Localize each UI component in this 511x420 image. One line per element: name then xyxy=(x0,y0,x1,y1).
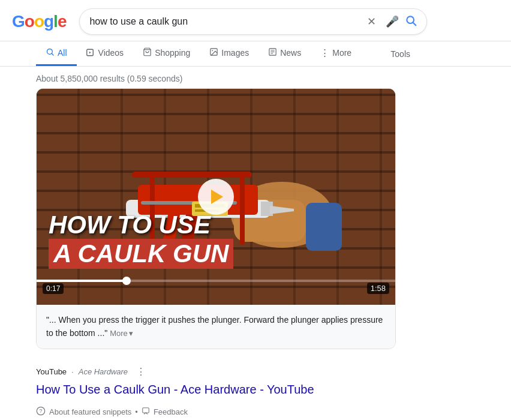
tab-images[interactable]: Images xyxy=(200,41,258,66)
results-info: About 5,850,000 results (0.59 seconds) xyxy=(0,67,511,88)
play-button[interactable] xyxy=(198,179,234,215)
snippet-text: "... When you press the trigger it pushe… xyxy=(46,315,383,338)
feedback-link[interactable]: Feedback xyxy=(154,407,188,416)
video-title-line2: A CAULK GUN xyxy=(49,239,233,269)
video-title-line1: HOW TO USE xyxy=(49,211,233,239)
tools-button[interactable]: Tools xyxy=(386,43,415,65)
images-icon xyxy=(209,47,218,58)
video-card: HOW TO USE A CAULK GUN 0:17 1:58 "... Wh… xyxy=(36,88,396,349)
tab-shopping[interactable]: Shopping xyxy=(133,41,200,66)
search-header: Google ✕ 🎤 xyxy=(0,0,511,41)
tab-news[interactable]: News xyxy=(258,41,311,66)
videos-icon xyxy=(86,48,95,58)
svg-line-1 xyxy=(413,22,416,25)
video-progress-bar[interactable] xyxy=(37,280,395,282)
play-triangle-icon xyxy=(211,190,223,204)
tab-more[interactable]: ⋮ More xyxy=(311,41,361,66)
svg-text:?: ? xyxy=(40,409,43,415)
tab-videos[interactable]: Videos xyxy=(77,42,134,66)
timestamp-badge: 0:17 xyxy=(43,283,64,294)
svg-marker-5 xyxy=(89,51,91,53)
svg-rect-31 xyxy=(143,408,149,413)
more-icon: ⋮ xyxy=(320,47,329,58)
duration-badge: 1:58 xyxy=(367,283,389,294)
main-content: HOW TO USE A CAULK GUN 0:17 1:58 "... Wh… xyxy=(0,88,432,418)
search-box[interactable]: ✕ 🎤 xyxy=(79,8,427,35)
search-input[interactable] xyxy=(89,16,359,27)
snippet-more-button[interactable]: More ▾ xyxy=(110,328,133,340)
all-icon xyxy=(46,47,55,58)
microphone-icon[interactable]: 🎤 xyxy=(386,15,399,28)
tab-all[interactable]: All xyxy=(36,41,77,66)
question-icon: ? xyxy=(36,406,46,418)
about-snippets-link[interactable]: About featured snippets xyxy=(49,407,131,416)
source-name: YouTube xyxy=(36,367,67,376)
svg-rect-15 xyxy=(306,203,342,251)
footer-note: ? About featured snippets • Feedback xyxy=(36,400,396,418)
more-options-button[interactable]: ⋮ xyxy=(133,365,149,379)
channel-name: Ace Hardware xyxy=(79,367,128,376)
news-icon xyxy=(268,47,277,58)
video-snippet: "... When you press the trigger it pushe… xyxy=(37,305,395,349)
google-logo: Google xyxy=(12,12,66,31)
shopping-icon xyxy=(143,47,152,58)
clear-icon[interactable]: ✕ xyxy=(363,14,380,29)
video-thumbnail[interactable]: HOW TO USE A CAULK GUN 0:17 1:58 xyxy=(37,89,395,305)
svg-rect-21 xyxy=(240,173,245,245)
search-actions: ✕ 🎤 xyxy=(363,14,417,29)
nav-tabs: All Videos Shopping Images xyxy=(0,41,511,67)
result-link[interactable]: How To Use a Caulk Gun - Ace Hardware - … xyxy=(36,381,396,398)
progress-fill xyxy=(37,280,127,282)
search-submit-icon[interactable] xyxy=(405,14,417,29)
chevron-down-icon: ▾ xyxy=(129,328,133,340)
video-title-overlay: HOW TO USE A CAULK GUN xyxy=(49,211,233,269)
feedback-icon xyxy=(142,407,150,417)
source-info: YouTube · Ace Hardware ⋮ xyxy=(36,359,396,381)
svg-point-8 xyxy=(212,50,214,51)
progress-dot xyxy=(122,277,131,285)
svg-rect-25 xyxy=(132,172,252,178)
svg-line-3 xyxy=(52,53,53,55)
